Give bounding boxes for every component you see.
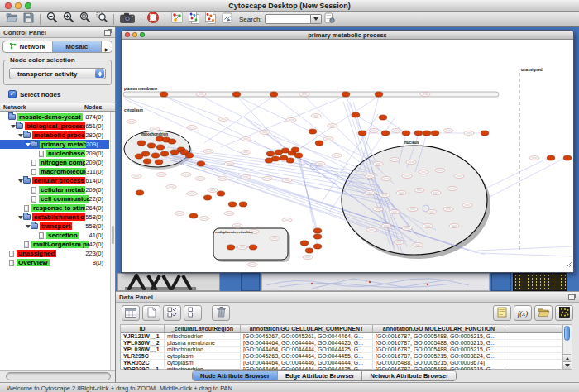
unselect-attributes-button[interactable] xyxy=(184,305,202,321)
expand-triangle-icon[interactable] xyxy=(17,134,23,137)
highlighted-gene-node[interactable] xyxy=(402,131,410,136)
highlighted-gene-node[interactable] xyxy=(313,228,322,233)
expand-triangle-icon[interactable] xyxy=(25,225,31,228)
resize-grip-icon[interactable] xyxy=(565,256,572,271)
tree-row[interactable]: primary metabol209(... xyxy=(0,140,109,149)
help-button[interactable] xyxy=(145,12,161,26)
zoom-out-button[interactable] xyxy=(44,12,60,26)
attribute-table-button[interactable] xyxy=(122,305,140,321)
zoom-selected-button[interactable] xyxy=(93,12,110,26)
select-attributes-button[interactable] xyxy=(163,305,181,321)
tree-row[interactable]: unassigned223(0) xyxy=(0,249,109,258)
tree-row[interactable]: macromolecule311(0) xyxy=(0,167,109,176)
background-window-overview[interactable] xyxy=(117,273,220,291)
search-configure-button[interactable] xyxy=(322,12,338,26)
highlighted-gene-node[interactable] xyxy=(270,92,278,97)
highlighted-gene-node[interactable] xyxy=(197,161,205,166)
new-attribute-button[interactable] xyxy=(142,305,160,321)
highlighted-gene-node[interactable] xyxy=(414,131,423,136)
highlighted-gene-node[interactable] xyxy=(309,129,317,134)
tree-row[interactable]: response to stimulu264(0) xyxy=(0,203,109,213)
graph-edge[interactable] xyxy=(490,158,565,197)
tab-mosaic[interactable]: Mosaic xyxy=(52,41,102,52)
background-window-network[interactable] xyxy=(261,273,490,291)
highlighted-gene-node[interactable] xyxy=(155,160,163,165)
tree-row[interactable]: cellular metabo209(0) xyxy=(0,185,109,194)
delete-attribute-button[interactable] xyxy=(212,305,230,321)
highlighted-gene-node[interactable] xyxy=(423,131,431,136)
highlighted-gene-node[interactable] xyxy=(265,158,273,163)
highlighted-gene-node[interactable] xyxy=(313,234,322,239)
highlighted-gene-node[interactable] xyxy=(291,147,299,152)
attribute-notes-button[interactable] xyxy=(493,305,511,321)
network-window-titlebar[interactable]: primary metabolic process xyxy=(122,31,573,40)
highlighted-gene-node[interactable] xyxy=(431,131,439,136)
highlighted-gene-node[interactable] xyxy=(315,141,323,146)
import-attributes-button[interactable] xyxy=(534,305,553,321)
highlighted-gene-node[interactable] xyxy=(228,202,237,207)
highlighted-gene-node[interactable] xyxy=(217,191,225,196)
tree-row[interactable]: metabolic process280(0) xyxy=(0,131,109,140)
column-header-nodes[interactable]: Nodes xyxy=(84,104,115,110)
highlighted-gene-node[interactable] xyxy=(189,213,198,218)
highlighted-gene-node[interactable] xyxy=(151,153,160,158)
highlighted-gene-node[interactable] xyxy=(160,92,168,97)
float-panel-icon[interactable] xyxy=(568,294,576,300)
tab-edge-attribute-browser[interactable]: Edge Attribute Browser xyxy=(277,371,361,380)
tree-row[interactable]: mosaic-demo-yeast874(0) xyxy=(0,112,109,122)
highlighted-gene-node[interactable] xyxy=(379,115,387,120)
graph-edge[interactable] xyxy=(237,96,378,164)
highlighted-gene-node[interactable] xyxy=(313,244,322,249)
network-graph[interactable]: plasma membranecytoplasmmitochondrionnuc… xyxy=(122,40,573,272)
search-input[interactable] xyxy=(265,14,311,24)
background-window-matrix[interactable] xyxy=(513,273,567,291)
graph-edge[interactable] xyxy=(486,158,548,189)
highlighted-gene-node[interactable] xyxy=(294,153,303,158)
tree-row[interactable]: nucleobase-209(0) xyxy=(0,149,109,158)
expand-triangle-icon[interactable] xyxy=(25,143,31,146)
graph-edge[interactable] xyxy=(477,246,572,251)
column-header-network[interactable]: Network xyxy=(0,104,84,110)
tree-scrollbar[interactable] xyxy=(110,112,115,370)
expand-triangle-icon[interactable] xyxy=(17,216,23,219)
highlighted-gene-node[interactable] xyxy=(563,155,572,160)
highlighted-gene-node[interactable] xyxy=(203,195,212,200)
vizmap-button[interactable] xyxy=(169,12,185,26)
float-panel-icon[interactable] xyxy=(104,29,112,36)
snapshot-button[interactable] xyxy=(117,12,137,26)
table-row[interactable]: YLR295Ccytoplasm[GO:0045263, GO:0044464,… xyxy=(121,353,562,360)
highlighted-gene-node[interactable] xyxy=(286,158,294,163)
highlighted-gene-node[interactable] xyxy=(239,202,247,207)
network-report-button[interactable] xyxy=(218,12,235,26)
highlighted-gene-node[interactable] xyxy=(547,155,555,160)
highlighted-gene-node[interactable] xyxy=(352,112,360,117)
table-scrollbar[interactable] xyxy=(563,324,572,370)
highlighted-gene-node[interactable] xyxy=(160,151,169,156)
tree-row[interactable]: multi-organism pro42(0) xyxy=(0,240,109,249)
expand-triangle-icon[interactable] xyxy=(10,125,16,128)
tree-row[interactable]: establishment of lo558(0) xyxy=(0,213,109,222)
tree-row[interactable]: secretion41(0) xyxy=(0,231,109,240)
graph-edge[interactable] xyxy=(304,96,395,184)
highlighted-gene-node[interactable] xyxy=(381,131,390,136)
scroll-down-button[interactable] xyxy=(563,361,571,369)
highlighted-gene-node[interactable] xyxy=(185,153,194,158)
tree-row[interactable]: nitrogen compo209(0) xyxy=(0,158,109,167)
node-color-dropdown[interactable]: transporter activity xyxy=(9,68,106,79)
tab-node-attribute-browser[interactable]: Node Attribute Browser xyxy=(193,371,277,380)
select-nodes-checkbox[interactable]: ✓ xyxy=(8,90,17,98)
highlighted-gene-node[interactable] xyxy=(170,150,179,155)
column-header[interactable]: annotation.GO MOLECULAR_FUNCTION xyxy=(373,325,505,333)
highlighted-gene-node[interactable] xyxy=(143,159,151,164)
column-header[interactable]: _cellularLayoutRegion xyxy=(165,325,241,333)
highlighted-gene-node[interactable] xyxy=(300,241,309,246)
highlighted-gene-node[interactable] xyxy=(135,154,143,159)
tree-row[interactable]: biological_process651(0) xyxy=(0,122,109,131)
column-header[interactable]: ID xyxy=(121,325,165,333)
scrollbar-thumb[interactable] xyxy=(112,226,114,244)
highlighted-gene-node[interactable] xyxy=(227,245,235,250)
scroll-up-button[interactable] xyxy=(563,354,571,361)
table-row[interactable]: YJR121W__1mitochondrion[GO:0045267, GO:0… xyxy=(121,333,562,340)
highlighted-gene-node[interactable] xyxy=(358,131,366,136)
attribute-matrix-button[interactable] xyxy=(555,305,573,321)
